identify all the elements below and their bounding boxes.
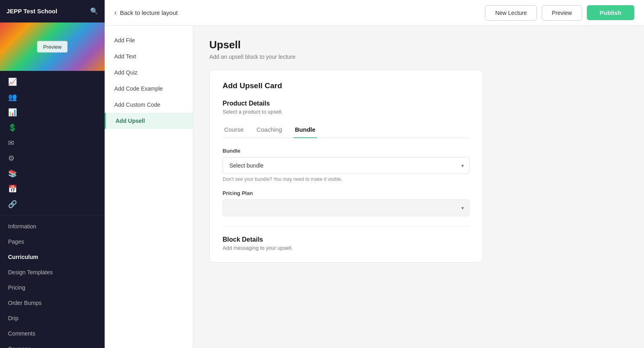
tab-bundle[interactable]: Bundle xyxy=(293,123,317,138)
sidebar-item-curriculum[interactable]: Curriculum xyxy=(0,249,105,265)
preview-button[interactable]: Preview xyxy=(542,5,582,21)
pricing-plan-form-group: Pricing Plan ▾ xyxy=(223,190,470,216)
section-divider xyxy=(223,226,470,226)
left-panel-item-add-file[interactable]: Add File xyxy=(105,32,193,48)
left-panel-item-add-code-example[interactable]: Add Code Example xyxy=(105,81,193,97)
sidebar-item-pages[interactable]: Pages xyxy=(0,234,105,249)
left-panel-item-add-text[interactable]: Add Text xyxy=(105,48,193,64)
main-area: ‹ Back to lecture layout New Lecture Pre… xyxy=(105,0,644,348)
sidebar-item-design-templates[interactable]: Design Templates xyxy=(0,265,105,280)
nav-icon-analytics[interactable]: 📈 xyxy=(0,74,105,89)
block-details-title: Block Details xyxy=(223,236,470,243)
nav-icon-mail[interactable]: ✉ xyxy=(0,135,105,151)
thumbnail-preview-button[interactable]: Preview xyxy=(37,41,68,53)
bundle-select[interactable]: Select bundle xyxy=(223,157,470,174)
left-panel-item-add-custom-code[interactable]: Add Custom Code xyxy=(105,97,193,113)
product-type-tabs: Course Coaching Bundle xyxy=(223,123,470,138)
nav-icon-settings[interactable]: ⚙ xyxy=(0,151,105,166)
bundle-select-wrapper: Select bundle ▾ xyxy=(223,157,470,174)
sidebar-nav: Information Pages Curriculum Design Temp… xyxy=(0,215,105,348)
sidebar-item-design-templates-label: Design Templates xyxy=(8,269,53,276)
pricing-plan-label: Pricing Plan xyxy=(223,190,470,196)
sidebar-item-comments-label: Comments xyxy=(8,330,35,337)
pricing-plan-select[interactable] xyxy=(223,199,470,216)
sidebar-item-order-bumps-label: Order Bumps xyxy=(8,300,41,306)
sidebar-item-comments[interactable]: Comments xyxy=(0,326,105,341)
bundle-label: Bundle xyxy=(223,148,470,154)
page-title: Upsell xyxy=(209,39,628,51)
left-panel-item-add-upsell[interactable]: Add Upsell xyxy=(105,113,193,129)
pricing-plan-select-wrapper: ▾ xyxy=(223,199,470,216)
tab-coaching[interactable]: Coaching xyxy=(255,123,283,138)
sidebar-item-pages-label: Pages xyxy=(8,238,24,245)
topbar-right: New Lecture Preview Publish xyxy=(485,5,634,21)
topbar-left: ‹ Back to lecture layout xyxy=(114,8,178,17)
back-arrow-icon[interactable]: ‹ xyxy=(114,8,117,17)
nav-icon-dollar[interactable]: 💲 xyxy=(0,120,105,135)
product-details-subtitle: Select a product to upsell. xyxy=(223,109,470,115)
nav-icon-graph[interactable]: 🔗 xyxy=(0,197,105,212)
sidebar-item-order-bumps[interactable]: Order Bumps xyxy=(0,295,105,311)
sidebar-item-curriculum-label: Curriculum xyxy=(8,254,38,260)
product-details-title: Product Details xyxy=(223,100,470,107)
new-lecture-button[interactable]: New Lecture xyxy=(485,5,537,21)
back-link[interactable]: Back to lecture layout xyxy=(120,9,178,16)
content-area: Add File Add Text Add Quiz Add Code Exam… xyxy=(105,26,644,348)
bundle-hint: Don't see your bundle? You may need to m… xyxy=(223,176,470,182)
left-panel-item-add-quiz[interactable]: Add Quiz xyxy=(105,64,193,81)
sidebar-item-pricing[interactable]: Pricing xyxy=(0,280,105,295)
block-details-subtitle: Add messaging to your upsell. xyxy=(223,245,470,251)
tab-course[interactable]: Course xyxy=(223,123,245,138)
nav-icon-users[interactable]: 👥 xyxy=(0,89,105,105)
nav-icon-calendar[interactable]: 📅 xyxy=(0,181,105,197)
sidebar-item-coupons[interactable]: Coupons xyxy=(0,341,105,348)
sidebar-header: JEPP Test School 🔍 xyxy=(0,0,105,23)
nav-icon-library[interactable]: 📚 xyxy=(0,166,105,181)
main-content: Upsell Add an upsell block to your lectu… xyxy=(193,26,644,348)
page-subtitle: Add an upsell block to your lecture xyxy=(209,54,628,60)
publish-button[interactable]: Publish xyxy=(587,5,634,20)
search-icon[interactable]: 🔍 xyxy=(90,7,98,15)
nav-icon-dashboard[interactable]: 📊 xyxy=(0,105,105,120)
sidebar-item-information-label: Information xyxy=(8,223,36,230)
sidebar-item-drip[interactable]: Drip xyxy=(0,311,105,326)
card-title: Add Upsell Card xyxy=(223,81,470,90)
sidebar-item-information[interactable]: Information xyxy=(0,219,105,234)
sidebar-item-pricing-label: Pricing xyxy=(8,284,25,291)
sidebar: JEPP Test School 🔍 Preview 📈 👥 📊 💲 ✉ ⚙ 📚… xyxy=(0,0,105,348)
sidebar-brand: JEPP Test School xyxy=(6,8,57,14)
bundle-form-group: Bundle Select bundle ▾ Don't see your bu… xyxy=(223,148,470,182)
sidebar-thumbnail: Preview xyxy=(0,23,105,71)
upsell-card: Add Upsell Card Product Details Select a… xyxy=(209,70,483,263)
sidebar-item-coupons-label: Coupons xyxy=(8,346,31,348)
sidebar-item-drip-label: Drip xyxy=(8,315,19,321)
left-panel: Add File Add Text Add Quiz Add Code Exam… xyxy=(105,26,193,348)
topbar: ‹ Back to lecture layout New Lecture Pre… xyxy=(105,0,644,26)
